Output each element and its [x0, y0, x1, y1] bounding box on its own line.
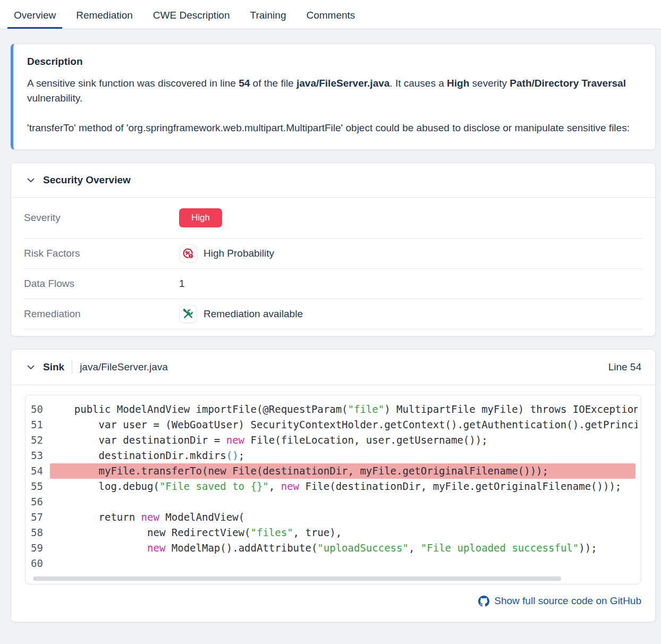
line-number: 52 [26, 433, 50, 448]
code-segment: , [269, 480, 281, 492]
data-flows-value: 1 [179, 278, 185, 290]
line-number: 50 [26, 402, 50, 417]
code-segment: , true), [293, 527, 342, 538]
text: A sensitive sink function was discovered… [27, 78, 239, 89]
line-number: 60 [26, 556, 50, 571]
github-source-link[interactable]: Show full source code on GitHub [478, 595, 641, 607]
text: vulnerability. [27, 92, 82, 104]
header-divider [72, 360, 72, 374]
line-number: 54 [26, 463, 50, 479]
code-segment: )); [579, 542, 597, 554]
code-segment: public ModelAndView importFile(@RequestP… [50, 403, 348, 415]
code-segment: "file" [348, 403, 385, 415]
code-line: 60 [26, 556, 641, 571]
code-line: 56 [26, 494, 641, 510]
code-segment: destinationDir.mkdirs [50, 450, 226, 461]
code-segment: new [226, 434, 244, 446]
horizontal-scrollbar [33, 577, 633, 581]
line-number: 59 [26, 540, 50, 556]
code-line-highlighted: 54 myFile.transferTo(new File(destinatio… [26, 463, 641, 479]
tab-cwe-description[interactable]: CWE Description [147, 5, 236, 29]
line-number: 58 [26, 525, 50, 540]
github-link-row: Show full source code on GitHub [25, 595, 641, 609]
horizontal-scrollbar-thumb[interactable] [33, 577, 561, 581]
code-segment: "files" [251, 527, 293, 538]
code-text: return new ModelAndView( [50, 510, 638, 525]
github-icon [478, 596, 489, 607]
emphasized-text: High [447, 78, 469, 89]
code-segment: "File uploaded successful" [421, 542, 579, 554]
code-line: 50 public ModelAndView importFile(@Reque… [26, 402, 641, 417]
description-paragraph-2: 'transferTo' method of 'org.springframew… [27, 121, 639, 135]
data-flows-label: Data Flows [24, 278, 179, 290]
code-segment: new RedirectView( [50, 527, 251, 538]
code-viewer[interactable]: 50 public ModelAndView importFile(@Reque… [25, 395, 641, 584]
code-segment: ModelAndView( [159, 511, 244, 523]
code-text: destinationDir.mkdirs(); [50, 448, 638, 463]
tab-bar: OverviewRemediationCWE DescriptionTraini… [0, 0, 661, 29]
risk-badge-icon [179, 244, 197, 262]
code-segment: File(destinationDir, myFile.getOriginalF… [299, 480, 621, 492]
text: 'transferTo' method of 'org.springframew… [27, 122, 630, 133]
code-segment: new [147, 542, 165, 554]
code-segment: myFile.transferTo(new File(destinationDi… [50, 465, 548, 477]
tab-training[interactable]: Training [244, 5, 293, 29]
code-line: 51 var user = (WebGoatUser) SecurityCont… [26, 417, 641, 433]
risk-factors-text: High Probability [204, 248, 274, 259]
code-segment [50, 542, 147, 554]
data-flows-text: 1 [179, 278, 185, 290]
remediation-value: Remediation available [179, 305, 303, 323]
sink-header[interactable]: Sink java/FileServer.java Line 54 [11, 350, 655, 385]
code-segment: File(fileLocation, user.getUsername()); [244, 434, 488, 446]
line-number: 55 [26, 479, 50, 494]
line-number: 56 [26, 494, 50, 510]
row-remediation: RemediationRemediation available [24, 299, 642, 329]
code-segment: var user = (WebGoatUser) SecurityContext… [50, 419, 638, 430]
overview-page: Description A sensitive sink function wa… [0, 29, 661, 622]
row-data-flows: Data Flows1 [24, 269, 642, 299]
code-line: 53 destinationDir.mkdirs(); [26, 448, 641, 463]
code-text: public ModelAndView importFile(@RequestP… [50, 402, 638, 417]
code-segment: return [50, 511, 141, 523]
line-number: 57 [26, 510, 50, 525]
code-text: new RedirectView("files", true), [50, 525, 638, 540]
remediation-label: Remediation [24, 308, 179, 320]
github-link-label: Show full source code on GitHub [494, 595, 641, 607]
chevron-down-icon[interactable] [27, 178, 35, 183]
code-text [50, 494, 638, 510]
tab-remediation[interactable]: Remediation [70, 5, 139, 29]
code-text [50, 556, 638, 571]
code-segment: "uploadSuccess" [317, 542, 409, 554]
severity-badge: High [179, 208, 222, 227]
sink-file-path: java/FileServer.java [80, 361, 168, 373]
tab-comments[interactable]: Comments [300, 5, 361, 29]
code-line: 59 new ModelMap().addAttribute("uploadSu… [26, 540, 641, 556]
risk-factors-label: Risk Factors [24, 248, 179, 259]
sink-title: Sink [43, 361, 64, 373]
code-text: new ModelMap().addAttribute("uploadSucce… [50, 540, 638, 556]
chevron-down-icon[interactable] [27, 365, 35, 370]
code-segment: () [226, 450, 239, 461]
security-overview-panel: Security Overview SeverityHighRisk Facto… [11, 163, 656, 336]
emphasized-text: 54 [239, 78, 250, 89]
code-text: var user = (WebGoatUser) SecurityContext… [50, 417, 638, 433]
remediation-text: Remediation available [204, 308, 303, 320]
code-segment: log.debug( [50, 480, 159, 492]
security-overview-header[interactable]: Security Overview [11, 163, 655, 198]
code-line: 57 return new ModelAndView( [26, 510, 641, 525]
text: of the file [250, 78, 296, 89]
text: severity [469, 78, 510, 89]
security-overview-rows: SeverityHighRisk FactorsHigh Probability… [11, 198, 655, 336]
sink-panel: Sink java/FileServer.java Line 54 50 pub… [11, 349, 656, 622]
tab-overview[interactable]: Overview [7, 5, 62, 29]
code-segment: var destinationDir = [50, 434, 226, 446]
code-line: 52 var destinationDir = new File(fileLoc… [26, 433, 641, 448]
code-text: log.debug("File saved to {}", new File(d… [50, 479, 638, 494]
code-segment: new [281, 480, 299, 492]
emphasized-text: java/FileServer.java [296, 78, 389, 89]
security-overview-title: Security Overview [43, 174, 131, 186]
code-segment: "File saved to {}" [159, 480, 269, 492]
row-severity: SeverityHigh [24, 198, 642, 239]
code-line: 58 new RedirectView("files", true), [26, 525, 641, 540]
description-title: Description [27, 56, 639, 67]
